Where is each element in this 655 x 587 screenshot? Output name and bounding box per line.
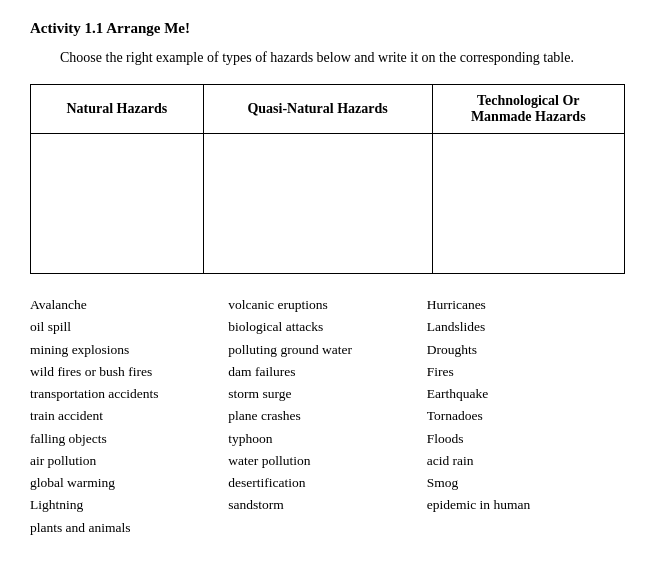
word-item: storm surge [228, 383, 426, 405]
word-item: Hurricanes [427, 294, 625, 316]
word-item: water pollution [228, 450, 426, 472]
hazard-table: Natural Hazards Quasi-Natural Hazards Te… [30, 84, 625, 274]
word-item: Smog [427, 472, 625, 494]
word-item: sandstorm [228, 494, 426, 516]
word-column-2: volcanic eruptionsbiological attackspoll… [228, 294, 426, 539]
word-item: typhoon [228, 428, 426, 450]
word-item: polluting ground water [228, 339, 426, 361]
word-item: Avalanche [30, 294, 228, 316]
word-item: biological attacks [228, 316, 426, 338]
word-item: train accident [30, 405, 228, 427]
word-bank: Avalancheoil spillmining explosionswild … [30, 294, 625, 539]
word-item: plane crashes [228, 405, 426, 427]
word-item: Tornadoes [427, 405, 625, 427]
header-quasi: Quasi-Natural Hazards [203, 85, 432, 134]
word-item: mining explosions [30, 339, 228, 361]
word-item: oil spill [30, 316, 228, 338]
word-item: Fires [427, 361, 625, 383]
word-item: Earthquake [427, 383, 625, 405]
word-item: global warming [30, 472, 228, 494]
word-item: epidemic in human [427, 494, 625, 516]
word-item: Droughts [427, 339, 625, 361]
word-item: falling objects [30, 428, 228, 450]
word-item: Floods [427, 428, 625, 450]
cell-natural [31, 134, 204, 274]
word-item: plants and animals [30, 517, 228, 539]
activity-title: Activity 1.1 Arrange Me! [30, 20, 625, 37]
word-item: desertification [228, 472, 426, 494]
word-item: dam failures [228, 361, 426, 383]
cell-quasi [203, 134, 432, 274]
word-column-3: HurricanesLandslidesDroughtsFiresEarthqu… [427, 294, 625, 539]
word-item: volcanic eruptions [228, 294, 426, 316]
word-item: Lightning [30, 494, 228, 516]
word-item: transportation accidents [30, 383, 228, 405]
word-item: wild fires or bush fires [30, 361, 228, 383]
header-natural: Natural Hazards [31, 85, 204, 134]
word-column-1: Avalancheoil spillmining explosionswild … [30, 294, 228, 539]
header-technological: Technological Or Manmade Hazards [432, 85, 624, 134]
word-item: Landslides [427, 316, 625, 338]
word-item: air pollution [30, 450, 228, 472]
cell-technological [432, 134, 624, 274]
word-item: acid rain [427, 450, 625, 472]
instructions: Choose the right example of types of haz… [60, 47, 625, 68]
